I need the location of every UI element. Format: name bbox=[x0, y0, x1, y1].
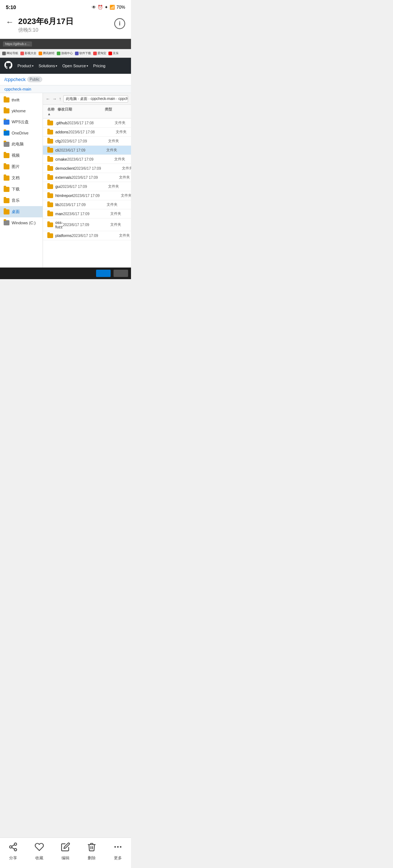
bookmark-icon-5 bbox=[75, 52, 79, 55]
file-label-cfg: cfg bbox=[55, 139, 61, 143]
repo-badge: Public bbox=[27, 77, 42, 82]
sidebar-item-ykhome[interactable]: ykhome bbox=[0, 105, 43, 116]
file-label-github: .github bbox=[55, 121, 67, 125]
bookmark-item[interactable]: 网站导航 bbox=[2, 51, 18, 55]
file-date-lib: 2023/6/17 17:09 bbox=[59, 203, 107, 207]
sidebar-item-pics[interactable]: 图片 bbox=[0, 161, 43, 172]
file-row-ossfuzz[interactable]: oss-fuzz 2023/6/17 17:09 文件夹 bbox=[43, 218, 131, 231]
sidebar-item-thispc[interactable]: 此电脑 bbox=[0, 138, 43, 150]
folder-icon-cfg bbox=[47, 139, 53, 144]
file-date-ossfuzz: 2023/6/17 17:09 bbox=[63, 223, 110, 227]
file-name-cmake: cmake bbox=[47, 157, 67, 162]
up-nav-button[interactable]: ↑ bbox=[59, 96, 61, 101]
file-type-ossfuzz: 文件夹 bbox=[110, 222, 131, 227]
col-date[interactable]: 修改日期 bbox=[57, 107, 105, 116]
sidebar-item-windows-c[interactable]: Windows (C:) bbox=[0, 217, 43, 228]
file-type-lib: 文件夹 bbox=[107, 202, 128, 207]
github-logo[interactable] bbox=[4, 61, 12, 71]
file-row-externals[interactable]: externals 2023/6/17 17:09 文件夹 bbox=[43, 173, 131, 182]
file-list-header: 名称 ▲ 修改日期 类型 bbox=[43, 105, 131, 118]
sidebar-label-docs: 文档 bbox=[12, 175, 20, 181]
file-row-github[interactable]: .github 2023/6/17 17:08 文件夹 bbox=[43, 118, 131, 128]
page-header: ← 2023年6月17日 傍晚5:10 i bbox=[0, 13, 131, 39]
file-type-platforms: 文件夹 bbox=[119, 233, 131, 238]
sidebar-item-video[interactable]: 视频 bbox=[0, 150, 43, 161]
file-row-cmake[interactable]: cmake 2023/6/17 17:09 文件夹 bbox=[43, 155, 131, 164]
sidebar-label-onedrive: OneDrive bbox=[12, 131, 28, 135]
bookmark-icon-3 bbox=[39, 52, 42, 55]
github-nav-product[interactable]: Product ▾ bbox=[17, 64, 33, 68]
taskbar-item-2 bbox=[114, 270, 128, 277]
sidebar-item-docs[interactable]: 文档 bbox=[0, 172, 43, 184]
file-type-gui: 文件夹 bbox=[108, 184, 130, 189]
sidebar-item-thrift[interactable]: thrift bbox=[0, 95, 43, 105]
back-button[interactable]: ← bbox=[6, 17, 14, 27]
browser-tab[interactable]: https://github.com/... bbox=[3, 41, 32, 47]
file-type-man: 文件夹 bbox=[110, 211, 131, 216]
bookmark-item-2[interactable]: 影视大全 bbox=[20, 51, 36, 55]
file-date-man: 2023/6/17 17:09 bbox=[63, 212, 110, 216]
file-label-htmlreport: htmlreport bbox=[55, 193, 74, 198]
folder-icon-platforms bbox=[47, 233, 53, 238]
sidebar-label-desktop: 桌面 bbox=[12, 209, 20, 214]
file-date-gui: 2023/6/17 17:09 bbox=[61, 185, 108, 189]
bookmark-item-5[interactable]: 软件下载 bbox=[75, 51, 91, 55]
bookmark-icon-1 bbox=[2, 52, 6, 55]
folder-icon-cmake bbox=[47, 157, 53, 162]
whitespace bbox=[0, 279, 131, 406]
folder-icon-pics bbox=[4, 164, 9, 169]
sidebar-label-pics: 图片 bbox=[12, 164, 20, 169]
col-name[interactable]: 名称 ▲ bbox=[47, 107, 57, 116]
file-type-cli: 文件夹 bbox=[106, 148, 128, 153]
browser-tabs: https://github.com/... bbox=[3, 41, 32, 47]
folder-icon-music bbox=[4, 198, 9, 203]
sidebar-label-windows-c: Windows (C:) bbox=[12, 221, 36, 225]
bookmark-icon-4 bbox=[57, 52, 60, 55]
forward-nav-button[interactable]: → bbox=[52, 96, 57, 101]
file-row-lib[interactable]: lib 2023/6/17 17:09 文件夹 bbox=[43, 200, 131, 209]
file-type-github: 文件夹 bbox=[115, 120, 131, 125]
header-subtitle: 傍晚5:10 bbox=[18, 27, 74, 33]
header-title: 2023年6月17日 bbox=[18, 17, 74, 26]
file-row-gui[interactable]: gui 2023/6/17 17:09 文件夹 bbox=[43, 182, 131, 191]
file-row-platforms[interactable]: platforms 2023/6/17 17:09 文件夹 bbox=[43, 231, 131, 240]
taskbar bbox=[0, 268, 131, 279]
file-label-lib: lib bbox=[55, 202, 59, 207]
file-type-htmlreport: 文件夹 bbox=[121, 193, 131, 198]
file-type-addons: 文件夹 bbox=[116, 129, 131, 134]
file-date-platforms: 2023/6/17 17:09 bbox=[72, 234, 119, 238]
sidebar-item-desktop[interactable]: 桌面 bbox=[0, 206, 43, 217]
sidebar-item-onedrive[interactable]: OneDrive bbox=[0, 128, 43, 138]
file-label-ossfuzz: oss-fuzz bbox=[55, 220, 63, 229]
sidebar-item-wps[interactable]: WPS云盘 bbox=[0, 116, 43, 128]
file-type-cmake: 文件夹 bbox=[114, 157, 131, 162]
folder-icon bbox=[47, 121, 53, 125]
col-type[interactable]: 类型 bbox=[105, 107, 127, 116]
sidebar-item-music[interactable]: 音乐 bbox=[0, 195, 43, 206]
file-row-democlient[interactable]: democlient 2023/6/17 17:09 文件夹 bbox=[43, 164, 131, 173]
taskbar-item-1 bbox=[96, 270, 111, 277]
folder-icon-video bbox=[4, 153, 9, 158]
back-nav-button[interactable]: ← bbox=[46, 96, 50, 101]
bookmark-item-7[interactable]: 京东 bbox=[108, 51, 119, 55]
bookmark-item-3[interactable]: 腾讯财经 bbox=[39, 51, 55, 55]
repo-owner[interactable]: /cppcheck bbox=[4, 77, 26, 82]
bookmark-item-4[interactable]: 游戏中心 bbox=[57, 51, 73, 55]
folder-icon-desktop bbox=[4, 209, 9, 214]
file-row-addons[interactable]: addons 2023/6/17 17:08 文件夹 bbox=[43, 128, 131, 137]
github-nav-pricing[interactable]: Pricing bbox=[93, 64, 106, 68]
file-label-platforms: platforms bbox=[55, 233, 72, 238]
folder-icon-cli bbox=[47, 148, 53, 153]
file-row-htmlreport[interactable]: htmlreport 2023/6/17 17:09 文件夹 bbox=[43, 191, 131, 200]
bookmark-item-6[interactable]: 爱淘宝 bbox=[93, 51, 106, 55]
file-row-cli[interactable]: cli 2023/6/17 17:09 文件夹 bbox=[43, 146, 131, 155]
github-nav-solutions[interactable]: Solutions ▾ bbox=[39, 64, 57, 68]
github-nav-opensource[interactable]: Open Source ▾ bbox=[62, 64, 88, 68]
file-row-man[interactable]: man 2023/6/17 17:09 文件夹 bbox=[43, 209, 131, 218]
sidebar-label-thispc: 此电脑 bbox=[12, 141, 24, 147]
sidebar-item-downloads[interactable]: 下载 bbox=[0, 184, 43, 195]
sidebar-label-ykhome: ykhome bbox=[12, 109, 26, 113]
file-name-gui: gui bbox=[47, 184, 61, 189]
info-button[interactable]: i bbox=[114, 18, 125, 29]
file-row-cfg[interactable]: cfg 2023/6/17 17:09 文件夹 bbox=[43, 137, 131, 146]
